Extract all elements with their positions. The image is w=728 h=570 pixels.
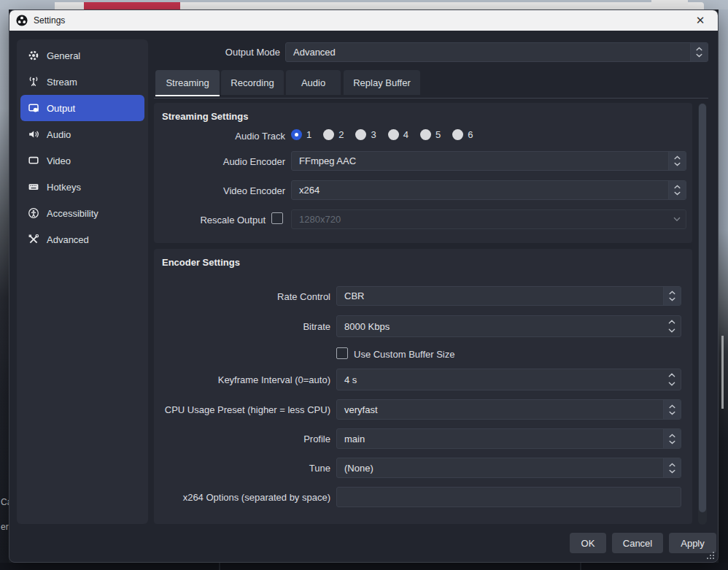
- chevron-down-icon: [673, 217, 681, 222]
- sidebar-item-audio[interactable]: Audio: [20, 121, 144, 147]
- combo-value: 1280x720: [299, 210, 341, 228]
- encoder-settings-section: Encoder Settings Rate Control CBR Bitrat…: [154, 249, 692, 524]
- background-window-tab: [651, 0, 688, 5]
- audio-track-radio-6[interactable]: 6: [452, 129, 473, 140]
- chevron-up-icon: [668, 373, 675, 377]
- sidebar-item-video[interactable]: Video: [20, 147, 144, 174]
- tab-label: Recording: [231, 77, 274, 88]
- tab-label: Replay Buffer: [353, 77, 411, 88]
- rescale-output-checkbox[interactable]: [271, 212, 283, 224]
- audio-track-radio-2[interactable]: 2: [323, 129, 344, 140]
- sidebar-item-output[interactable]: Output: [20, 95, 144, 121]
- sidebar-item-general[interactable]: General: [20, 42, 144, 69]
- active-tab-underline: [155, 95, 220, 96]
- sidebar-item-advanced[interactable]: Advanced: [20, 226, 144, 253]
- radio-label: 5: [435, 129, 441, 140]
- radio-label: 1: [306, 129, 311, 140]
- audio-track-radio-3[interactable]: 3: [355, 129, 376, 140]
- chevron-up-icon: [669, 463, 675, 467]
- spinner[interactable]: [663, 429, 681, 448]
- chevron-down-icon: [674, 191, 681, 196]
- background-text-fragment: er: [1, 522, 9, 532]
- chevron-up-icon: [669, 290, 675, 295]
- obs-logo-icon: [16, 15, 28, 26]
- keyframe-interval-spinbox[interactable]: 4 s: [336, 369, 681, 390]
- spinner[interactable]: [663, 287, 681, 305]
- scrollbar-track[interactable]: [698, 103, 707, 525]
- sidebar-item-label: Stream: [47, 77, 77, 88]
- bitrate-spinbox[interactable]: 8000 Kbps: [336, 315, 681, 337]
- chevron-down-icon: [696, 53, 702, 58]
- scrollbar-thumb[interactable]: [699, 104, 706, 512]
- tab-label: Streaming: [166, 77, 209, 88]
- spinner[interactable]: [663, 316, 681, 336]
- close-icon[interactable]: ✕: [690, 10, 710, 31]
- x264-options-input[interactable]: [336, 487, 681, 507]
- spinner[interactable]: [663, 400, 681, 419]
- radio-icon: [388, 129, 399, 140]
- chevron-down-icon: [669, 411, 675, 415]
- section-title: Encoder Settings: [162, 257, 240, 268]
- custom-buffer-checkbox[interactable]: [336, 347, 348, 359]
- spinner[interactable]: [668, 181, 686, 199]
- chevron-up-icon: [668, 320, 675, 324]
- audio-track-radio-1[interactable]: 1: [291, 129, 311, 140]
- rate-control-select[interactable]: CBR: [336, 286, 681, 306]
- tab-audio[interactable]: Audio: [286, 70, 341, 95]
- combo-value: veryfast: [344, 400, 378, 419]
- tab-recording[interactable]: Recording: [221, 70, 284, 95]
- combo-value: Advanced: [293, 43, 336, 61]
- audio-track-radio-5[interactable]: 5: [420, 129, 441, 140]
- chevron-down-icon: [669, 440, 675, 444]
- combo-value: (None): [344, 458, 373, 477]
- combo-value: CBR: [344, 287, 364, 305]
- resize-grip[interactable]: [707, 552, 715, 560]
- audio-encoder-label: Audio Encoder: [154, 156, 285, 167]
- profile-select[interactable]: main: [336, 428, 681, 449]
- chevron-down-icon: [668, 328, 675, 333]
- spinner[interactable]: [663, 458, 681, 477]
- title-bar[interactable]: Settings ✕: [9, 10, 718, 31]
- settings-window: Settings ✕ General Stream Output: [9, 9, 719, 563]
- obs-main-window-strip: [0, 563, 728, 570]
- audio-encoder-select[interactable]: FFmpeg AAC: [291, 151, 686, 171]
- cancel-button[interactable]: Cancel: [612, 533, 663, 553]
- custom-buffer-label: Use Custom Buffer Size: [354, 349, 454, 360]
- speaker-icon: [28, 128, 39, 140]
- video-encoder-select[interactable]: x264: [291, 180, 686, 200]
- sidebar-item-label: Accessibility: [47, 208, 98, 219]
- tune-select[interactable]: (None): [336, 458, 681, 478]
- combo-value: x264: [299, 181, 320, 199]
- audio-track-options: 1 2 3 4 5 6: [291, 129, 473, 140]
- wallpaper-highlight: [721, 336, 724, 409]
- cpu-preset-select[interactable]: veryfast: [336, 399, 681, 420]
- audio-track-radio-4[interactable]: 4: [388, 129, 408, 140]
- tab-streaming[interactable]: Streaming: [155, 70, 220, 95]
- spinner[interactable]: [663, 369, 681, 390]
- desktop-screen: Ca er Settings ✕ Gene: [0, 0, 728, 570]
- ok-button[interactable]: OK: [570, 533, 606, 553]
- output-mode-select[interactable]: Advanced: [285, 42, 708, 62]
- chevron-down-icon: [669, 469, 675, 474]
- combo-value: main: [344, 429, 365, 448]
- apply-button[interactable]: Apply: [669, 533, 716, 553]
- settings-sidebar: General Stream Output Audio: [17, 39, 148, 524]
- sidebar-item-label: Audio: [47, 129, 71, 140]
- sidebar-item-stream[interactable]: Stream: [20, 69, 144, 95]
- audio-track-label: Audio Track: [154, 131, 285, 142]
- radio-label: 2: [338, 129, 344, 140]
- desktop-wallpaper-left: [0, 9, 9, 563]
- x264-options-label: x264 Options (separated by space): [154, 492, 330, 503]
- spinner[interactable]: [668, 152, 686, 170]
- cpu-preset-label: CPU Usage Preset (higher = less CPU): [154, 404, 330, 415]
- tab-replay-buffer[interactable]: Replay Buffer: [344, 70, 420, 95]
- tune-label: Tune: [154, 463, 330, 474]
- sidebar-item-label: Advanced: [47, 234, 89, 245]
- streaming-settings-section: Streaming Settings Audio Track 1 2 3 4 5…: [154, 103, 692, 243]
- spinner[interactable]: [690, 43, 708, 61]
- sidebar-item-accessibility[interactable]: Accessibility: [20, 200, 144, 226]
- chevron-up-icon: [674, 185, 681, 189]
- sidebar-item-hotkeys[interactable]: Hotkeys: [20, 174, 144, 200]
- spinbox-value: 8000 Kbps: [344, 316, 390, 336]
- radio-icon: [323, 129, 334, 140]
